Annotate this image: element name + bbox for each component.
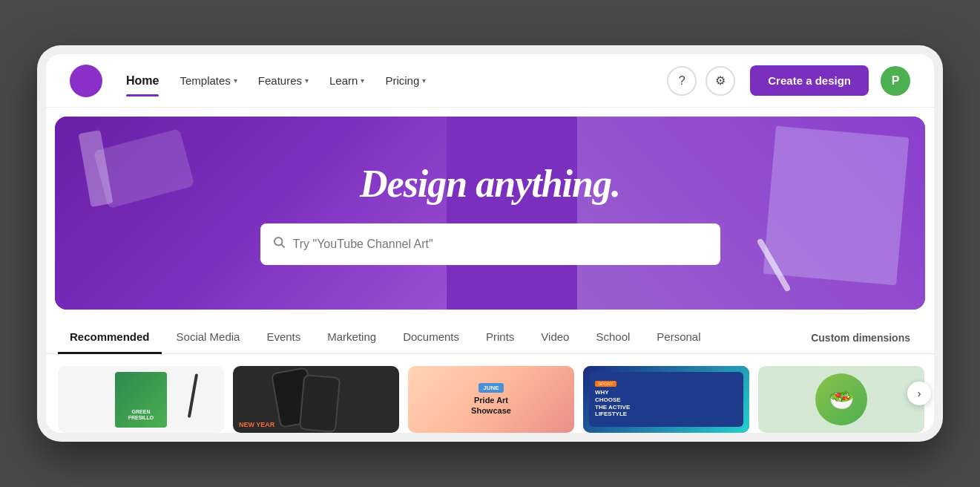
create-design-button[interactable]: Create a design — [750, 65, 869, 96]
pricing-chevron-icon: ▾ — [422, 76, 426, 85]
help-icon: ? — [679, 74, 685, 88]
template-card-3[interactable]: JUNE Pride Art Showcase — [408, 366, 574, 433]
settings-icon: ⚙ — [715, 73, 726, 88]
template-card-2[interactable]: NEW YEAR — [233, 366, 399, 433]
nav-features-label: Features — [258, 74, 302, 87]
card-4-text: WHY CHOOSE THE ACTIVE LIFESTYLE — [595, 389, 630, 417]
scroll-right-button[interactable]: › — [907, 382, 931, 405]
tab-marketing[interactable]: Marketing — [315, 321, 388, 354]
screen: Home Templates ▾ Features ▾ Learn ▾ Pric… — [46, 54, 934, 433]
tab-school[interactable]: School — [584, 321, 642, 354]
nav-templates[interactable]: Templates ▾ — [171, 68, 246, 93]
card-5-content: 🥗 — [758, 366, 924, 433]
learn-chevron-icon: ▾ — [361, 76, 364, 85]
card-4-badge: SPORT — [595, 381, 616, 387]
help-button[interactable]: ? — [667, 66, 697, 96]
device-frame: Home Templates ▾ Features ▾ Learn ▾ Pric… — [37, 45, 943, 442]
card-2-content: NEW YEAR — [233, 366, 399, 433]
card-1-pen — [188, 373, 198, 418]
svg-line-1 — [281, 244, 284, 247]
navbar: Home Templates ▾ Features ▾ Learn ▾ Pric… — [46, 54, 934, 108]
hero-deco-book — [763, 126, 910, 286]
tab-prints[interactable]: Prints — [474, 321, 526, 354]
hero-banner: Design anything. — [55, 117, 925, 310]
food-icon: 🥗 — [829, 388, 855, 412]
features-chevron-icon: ▾ — [305, 76, 309, 85]
nav-home[interactable]: Home — [117, 68, 168, 94]
template-cards-section: GREENFRESILLO NEW YEAR JUNE — [46, 354, 934, 433]
hero-search-bar — [260, 223, 720, 265]
avatar[interactable]: P — [881, 66, 910, 96]
custom-dimensions-button[interactable]: Custom dimensions — [799, 324, 922, 351]
nav-pricing[interactable]: Pricing ▾ — [376, 68, 435, 93]
nav-pricing-label: Pricing — [385, 74, 419, 87]
svg-point-0 — [274, 238, 283, 246]
nav-templates-label: Templates — [180, 74, 230, 87]
card-4-content: SPORT WHY CHOOSE THE ACTIVE LIFESTYLE — [583, 366, 749, 433]
card-2-text: NEW YEAR — [239, 421, 274, 428]
settings-button[interactable]: ⚙ — [706, 66, 735, 96]
card-2-phone2 — [299, 374, 341, 433]
nav-learn-label: Learn — [329, 74, 358, 87]
tab-events[interactable]: Events — [254, 321, 312, 354]
search-icon — [272, 235, 286, 252]
tab-personal[interactable]: Personal — [645, 321, 712, 354]
card-1-content: GREENFRESILLO — [58, 366, 224, 433]
template-card-4[interactable]: SPORT WHY CHOOSE THE ACTIVE LIFESTYLE — [583, 366, 749, 433]
tab-recommended[interactable]: Recommended — [58, 321, 162, 354]
card-5-circle: 🥗 — [815, 373, 867, 425]
card-1-book: GREENFRESILLO — [115, 372, 167, 428]
hero-title: Design anything. — [360, 162, 620, 206]
search-input[interactable] — [293, 238, 708, 251]
templates-chevron-icon: ▾ — [234, 76, 237, 85]
template-card-5[interactable]: 🥗 — [758, 366, 924, 433]
tab-video[interactable]: Video — [529, 321, 581, 354]
nav-features[interactable]: Features ▾ — [249, 68, 318, 93]
tab-documents[interactable]: Documents — [391, 321, 471, 354]
card-3-title: Pride Art Showcase — [471, 396, 511, 415]
logo-icon[interactable] — [70, 65, 102, 97]
category-tabs: Recommended Social Media Events Marketin… — [46, 321, 934, 354]
tab-social-media[interactable]: Social Media — [165, 321, 252, 354]
card-1-text: GREENFRESILLO — [128, 409, 154, 422]
template-card-1[interactable]: GREENFRESILLO — [58, 366, 224, 433]
card-3-content: JUNE Pride Art Showcase — [408, 366, 574, 433]
nav-learn[interactable]: Learn ▾ — [320, 68, 373, 93]
card-4-screen: SPORT WHY CHOOSE THE ACTIVE LIFESTYLE — [589, 372, 743, 427]
card-3-badge: JUNE — [479, 383, 503, 393]
